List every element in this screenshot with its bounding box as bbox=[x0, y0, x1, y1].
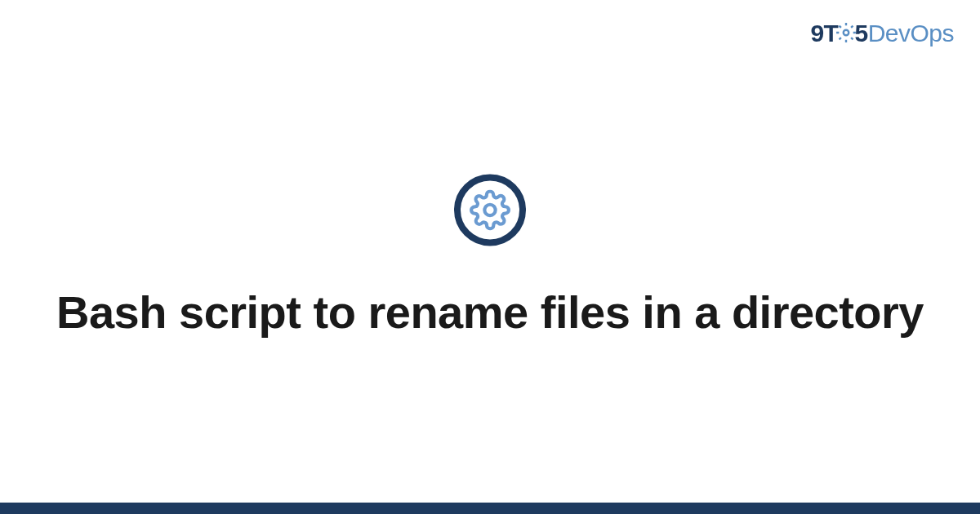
footer-bar bbox=[0, 503, 980, 514]
logo-text-9t: 9T bbox=[810, 20, 838, 47]
main-content: Bash script to rename files in a directo… bbox=[0, 174, 980, 339]
logo-text-5: 5 bbox=[854, 20, 867, 47]
site-logo: 9T 5DevOps bbox=[810, 20, 954, 49]
logo-text-devops: DevOps bbox=[868, 20, 954, 47]
svg-point-1 bbox=[484, 205, 495, 215]
svg-point-0 bbox=[844, 30, 849, 36]
gear-icon bbox=[454, 174, 526, 246]
page-title: Bash script to rename files in a directo… bbox=[49, 285, 931, 339]
